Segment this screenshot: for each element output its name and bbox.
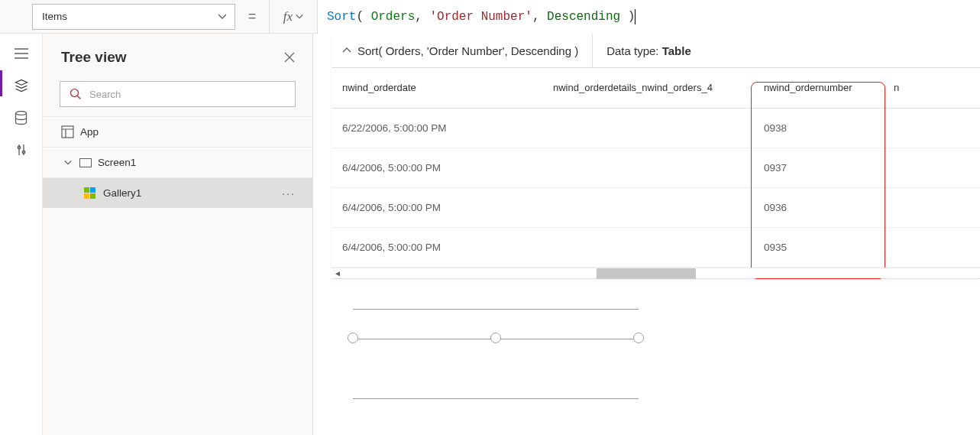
- data-icon[interactable]: [14, 110, 29, 125]
- formula-token-string: 'Order Number': [429, 10, 532, 24]
- tree-search-placeholder: Search: [89, 89, 121, 100]
- close-icon[interactable]: [283, 51, 296, 63]
- more-icon[interactable]: ···: [282, 187, 296, 200]
- tree-view-title: Tree view: [61, 49, 127, 66]
- svg-point-3: [71, 89, 79, 97]
- formula-result-panel: Sort( Orders, 'Order Number', Descending…: [332, 34, 980, 279]
- table-header-row: nwind_orderdate nwind_orderdetails_nwind…: [332, 68, 980, 108]
- formula-bar: Items = fx Sort( Orders, 'Order Number',…: [0, 0, 980, 34]
- resize-handle[interactable]: [633, 333, 644, 343]
- horizontal-scrollbar[interactable]: ◄: [332, 268, 980, 278]
- resize-handle[interactable]: [348, 333, 358, 343]
- svg-rect-4: [62, 126, 73, 138]
- left-rail: [0, 34, 43, 435]
- hamburger-icon[interactable]: [14, 46, 29, 61]
- selection-frame: [353, 309, 639, 399]
- tree-item-screen1[interactable]: Screen1: [43, 147, 312, 177]
- table-row[interactable]: 6/4/2006, 5:00:00 PM 0935: [332, 227, 980, 267]
- gallery-icon: [84, 187, 95, 199]
- scrollbar-thumb[interactable]: [597, 268, 696, 279]
- fx-button[interactable]: fx: [269, 0, 318, 34]
- tree-item-label: App: [80, 126, 99, 138]
- column-header[interactable]: nwind_ordernumber: [753, 68, 883, 108]
- result-datatype: Data type: Table: [593, 44, 691, 57]
- main-area: Tree view Search App Screen1 Galler: [0, 34, 980, 435]
- property-selector[interactable]: Items: [32, 4, 235, 30]
- equals-label: =: [235, 8, 269, 24]
- table-row[interactable]: 6/4/2006, 5:00:00 PM 0937: [332, 148, 980, 187]
- screen-icon: [79, 158, 92, 167]
- tree-item-label: Screen1: [98, 157, 136, 168]
- chevron-down-icon: [64, 159, 73, 167]
- tree-view-icon[interactable]: [14, 78, 29, 93]
- tree-item-app[interactable]: App: [43, 116, 312, 147]
- canvas-area: Sort( Orders, 'Order Number', Descending…: [313, 34, 980, 435]
- rail-active-indicator: [0, 70, 2, 96]
- formula-token-fn: Sort: [327, 10, 356, 24]
- gallery-selection[interactable]: [353, 309, 639, 399]
- search-icon: [70, 88, 82, 100]
- chevron-down-icon: [296, 13, 303, 21]
- result-header: Sort( Orders, 'Order Number', Descending…: [332, 34, 980, 67]
- result-table: nwind_orderdate nwind_orderdetails_nwind…: [332, 67, 980, 268]
- result-datatype-value: Table: [662, 44, 691, 57]
- fx-label: fx: [283, 9, 293, 24]
- formula-input[interactable]: Sort( Orders, 'Order Number', Descending…: [318, 0, 980, 34]
- scroll-left-icon[interactable]: ◄: [334, 269, 341, 278]
- tools-icon[interactable]: [14, 142, 29, 157]
- column-header[interactable]: nwind_orderdetails_nwind_orders_4: [542, 68, 753, 108]
- column-header[interactable]: n: [883, 68, 980, 108]
- tree-search-input[interactable]: Search: [60, 81, 296, 107]
- text-cursor: [635, 9, 636, 24]
- tree-item-label: Gallery1: [103, 187, 141, 199]
- property-selector-value: Items: [42, 11, 67, 22]
- tree-view-panel: Tree view Search App Screen1 Galler: [43, 34, 313, 435]
- svg-point-0: [16, 111, 27, 115]
- app-icon: [61, 125, 74, 138]
- formula-token-enum: Descending: [547, 10, 620, 24]
- tree-view-header: Tree view: [43, 34, 312, 81]
- column-header[interactable]: nwind_orderdate: [332, 68, 542, 108]
- chevron-down-icon: [218, 12, 227, 21]
- result-formula-text: Sort( Orders, 'Order Number', Descending…: [357, 44, 578, 57]
- table-row[interactable]: 6/4/2006, 5:00:00 PM 0936: [332, 187, 980, 227]
- chevron-up-icon[interactable]: [342, 46, 351, 55]
- resize-handle[interactable]: [490, 333, 501, 343]
- formula-token-param: Orders: [371, 10, 416, 24]
- tree-item-gallery1[interactable]: Gallery1 ···: [43, 177, 312, 208]
- table-row[interactable]: 6/22/2006, 5:00:00 PM 0938: [332, 108, 980, 148]
